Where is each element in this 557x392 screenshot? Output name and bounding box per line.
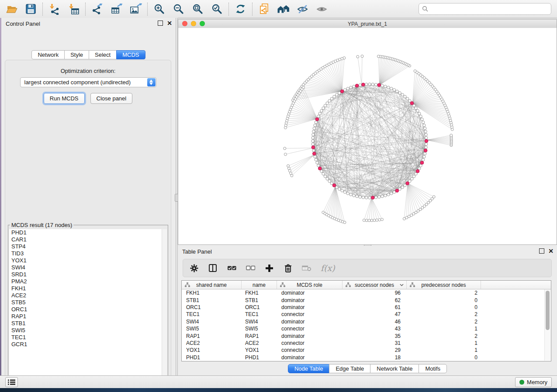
table-row[interactable]: TEC1TEC1connector472 bbox=[182, 311, 551, 318]
delete-column-icon[interactable] bbox=[283, 263, 293, 273]
result-node-phd1[interactable]: PHD1 bbox=[9, 229, 167, 236]
graph-node[interactable] bbox=[349, 86, 352, 89]
float-window-icon[interactable] bbox=[539, 248, 544, 254]
graph-node[interactable] bbox=[387, 86, 390, 89]
tab-select[interactable]: Select bbox=[89, 50, 117, 59]
table-scrollbar-thumb[interactable] bbox=[546, 291, 550, 330]
graph-node[interactable] bbox=[318, 112, 321, 115]
search-input[interactable] bbox=[429, 5, 548, 13]
result-node-stb5[interactable]: STB5 bbox=[9, 299, 167, 306]
graph-node[interactable] bbox=[401, 93, 404, 96]
graph-node[interactable] bbox=[324, 175, 326, 178]
zoom-out-icon[interactable] bbox=[171, 2, 186, 16]
result-node-orc1[interactable]: ORC1 bbox=[9, 306, 167, 313]
save-icon[interactable] bbox=[24, 2, 38, 16]
graph-node[interactable] bbox=[312, 133, 315, 136]
graph-node[interactable] bbox=[425, 143, 428, 145]
table-row[interactable]: PHD1PHD1dominator180 bbox=[182, 354, 551, 361]
graph-node[interactable] bbox=[365, 196, 368, 199]
column-chooser-icon[interactable] bbox=[208, 263, 218, 273]
graph-node[interactable] bbox=[363, 219, 365, 222]
graph-node[interactable] bbox=[320, 170, 323, 172]
table-row[interactable]: RAP1RAP1dominator352 bbox=[182, 332, 551, 339]
result-node-ace2[interactable]: ACE2 bbox=[9, 292, 167, 299]
graph-node[interactable] bbox=[311, 137, 314, 139]
window-zoom-button[interactable] bbox=[200, 21, 205, 26]
graph-node[interactable] bbox=[404, 95, 406, 98]
graph-node[interactable] bbox=[343, 191, 346, 193]
graph-node[interactable] bbox=[398, 188, 401, 190]
graph-node[interactable] bbox=[328, 180, 331, 182]
export-network-icon[interactable] bbox=[90, 2, 104, 16]
graph-node[interactable] bbox=[368, 83, 371, 86]
graph-node[interactable] bbox=[378, 196, 381, 198]
graph-hub-node[interactable] bbox=[371, 196, 374, 199]
graph-node[interactable] bbox=[396, 90, 398, 93]
graph-node[interactable] bbox=[317, 164, 320, 167]
graph-node[interactable] bbox=[287, 167, 290, 170]
graph-hub-node[interactable] bbox=[362, 83, 365, 86]
graph-hub-node[interactable] bbox=[315, 117, 319, 121]
result-node-srd1[interactable]: SRD1 bbox=[9, 271, 167, 278]
export-table-icon[interactable] bbox=[109, 2, 124, 16]
task-history-button[interactable] bbox=[5, 377, 18, 387]
graph-node[interactable] bbox=[374, 83, 377, 86]
graph-node[interactable] bbox=[336, 93, 338, 96]
table-settings-gear-icon[interactable] bbox=[189, 263, 199, 273]
graph-node[interactable] bbox=[324, 104, 326, 107]
network-graph[interactable] bbox=[178, 28, 557, 244]
graph-node[interactable] bbox=[349, 193, 352, 196]
graph-hub-node[interactable] bbox=[377, 83, 381, 87]
graph-node[interactable] bbox=[376, 219, 378, 221]
graph-node[interactable] bbox=[424, 152, 426, 155]
table-row[interactable]: SWI5SWI5connector431 bbox=[182, 325, 551, 332]
graph-node[interactable] bbox=[333, 95, 336, 98]
tab-motifs[interactable]: Motifs bbox=[419, 364, 447, 373]
graph-node[interactable] bbox=[311, 143, 314, 145]
graph-hub-node[interactable] bbox=[406, 182, 409, 185]
mcds-result-list[interactable]: PHD1CAR1STP4TID3YOX1SWI4SRD1PMA2FKH1ACE2… bbox=[9, 229, 167, 384]
graph-node[interactable] bbox=[338, 92, 341, 94]
graph-hub-node[interactable] bbox=[311, 146, 315, 149]
tab-edge-table[interactable]: Edge Table bbox=[329, 364, 370, 373]
graph-node[interactable] bbox=[418, 112, 421, 115]
graph-node[interactable] bbox=[422, 158, 425, 161]
graph-node[interactable] bbox=[341, 189, 343, 192]
graph-node[interactable] bbox=[365, 83, 368, 86]
graph-node[interactable] bbox=[368, 219, 370, 222]
first-neighbors-icon[interactable] bbox=[276, 2, 291, 16]
graph-hub-node[interactable] bbox=[420, 161, 424, 165]
table-row[interactable]: FKH1FKH1dominator962 bbox=[182, 289, 551, 296]
network-graph-canvas[interactable] bbox=[178, 28, 557, 244]
graph-node[interactable] bbox=[343, 221, 346, 224]
graph-node[interactable] bbox=[316, 162, 318, 164]
graph-node[interactable] bbox=[287, 165, 290, 167]
graph-hub-node[interactable] bbox=[318, 167, 322, 170]
result-node-rap1[interactable]: RAP1 bbox=[9, 313, 167, 320]
graph-node[interactable] bbox=[311, 140, 314, 142]
graph-node[interactable] bbox=[361, 55, 363, 58]
result-node-swi5[interactable]: SWI5 bbox=[9, 327, 167, 334]
graph-node[interactable] bbox=[356, 195, 358, 198]
tab-mcds[interactable]: MCDS bbox=[116, 50, 145, 59]
graph-hub-node[interactable] bbox=[424, 149, 427, 152]
graph-node[interactable] bbox=[320, 110, 323, 112]
graph-hub-node[interactable] bbox=[425, 139, 428, 143]
graph-node[interactable] bbox=[284, 126, 287, 129]
graph-node[interactable] bbox=[424, 130, 427, 133]
graph-node[interactable] bbox=[330, 97, 333, 100]
graph-hub-node[interactable] bbox=[332, 184, 336, 187]
column-header-shared-name[interactable]: shared name bbox=[182, 281, 242, 289]
result-node-yox1[interactable]: YOX1 bbox=[9, 257, 167, 264]
table-row[interactable]: STB1STB1dominator620 bbox=[182, 296, 551, 303]
graph-node[interactable] bbox=[284, 147, 286, 150]
result-node-pma2[interactable]: PMA2 bbox=[9, 278, 167, 285]
result-node-swi4[interactable]: SWI4 bbox=[9, 264, 167, 271]
optimization-criterion-dropdown[interactable]: largest connected component (undirected) bbox=[20, 77, 156, 87]
graph-node[interactable] bbox=[371, 83, 374, 86]
graph-node[interactable] bbox=[387, 193, 390, 196]
graph-node[interactable] bbox=[414, 70, 416, 72]
window-close-button[interactable] bbox=[182, 21, 187, 26]
graph-node[interactable] bbox=[338, 188, 341, 190]
graph-node[interactable] bbox=[353, 194, 355, 197]
